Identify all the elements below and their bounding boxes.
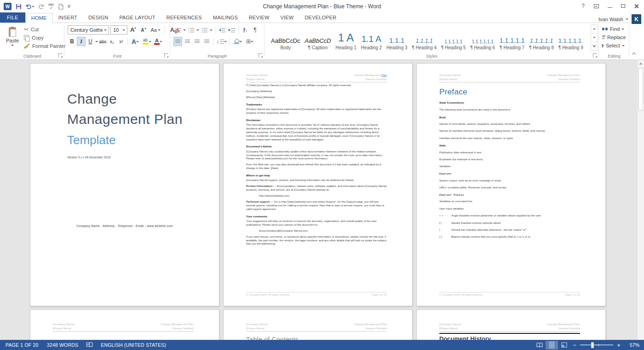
doc-paragraph[interactable]: [Company Name] may occasionally update o… xyxy=(246,150,387,161)
page-3[interactable]: [Company Name][Project Name] Change Mana… xyxy=(416,63,606,306)
doc-heading[interactable]: Document Lifetime xyxy=(246,145,387,148)
tab-home[interactable]: HOME xyxy=(25,13,53,23)
tab-file[interactable]: FILE xyxy=(0,12,25,23)
underline-dropdown-icon[interactable] xyxy=(95,41,98,42)
doc-heading[interactable]: Bold xyxy=(439,116,580,119)
align-center-button[interactable] xyxy=(183,37,192,46)
justify-button[interactable] xyxy=(202,37,211,46)
style-heading-5[interactable]: 1.1.1.1.1¶ Heading 5 xyxy=(439,25,468,52)
spelling-grammar-icon[interactable] xyxy=(48,3,54,11)
zoom-in-button[interactable] xyxy=(615,342,623,349)
style-heading-8[interactable]: 1.1.1.1.1¶ Heading 8 xyxy=(527,25,556,52)
ribbon-display-options-button[interactable] xyxy=(590,0,603,12)
underline-button[interactable]: U xyxy=(86,37,95,46)
styles-gallery-more-button[interactable] xyxy=(591,42,597,50)
doc-paragraph[interactable]: From the Web site, you may also download… xyxy=(246,163,387,170)
doc-paragraph[interactable]: Names of commands, options, programs, pr… xyxy=(439,122,580,126)
align-right-button[interactable] xyxy=(193,37,201,46)
superscript-button[interactable]: x² xyxy=(117,37,126,46)
doc-heading[interactable]: Courier xyxy=(439,172,580,175)
format-painter-button[interactable]: Format Painter xyxy=(24,42,66,50)
line-spacing-button[interactable] xyxy=(216,37,227,46)
zoom-slider[interactable] xyxy=(580,344,613,345)
page-6[interactable]: [Company Name][Project Name] Change Mana… xyxy=(416,309,606,340)
proofing-icon[interactable] xyxy=(82,342,97,348)
doc-paragraph[interactable]: System output, such as an error message … xyxy=(439,179,580,183)
redo-button[interactable] xyxy=(39,3,44,11)
doc-heading[interactable]: Italic xyxy=(439,144,580,147)
scrollbar-thumb[interactable] xyxy=(638,68,643,111)
style-caption[interactable]: AaBbCcD¶ Caption xyxy=(303,25,333,52)
zoom-percentage[interactable]: 57% xyxy=(623,342,639,348)
show-hide-paragraph-button[interactable] xyxy=(251,25,259,35)
language-indicator[interactable]: ENGLISH (UNITED STATES) xyxy=(97,342,170,348)
cover-subtitle[interactable]: Template xyxy=(67,133,219,147)
doc-paragraph[interactable]: [Phone] [Fax] [Website] xyxy=(246,96,387,99)
paragraph-dialog-launcher[interactable] xyxy=(259,53,263,58)
page-4[interactable]: [Company Name][Project Name] Change Mana… xyxy=(30,309,219,340)
multilevel-dropdown-icon[interactable] xyxy=(210,29,213,31)
borders-button[interactable] xyxy=(244,37,255,46)
style-heading-9[interactable]: 1.1.1.1.1.¶ Heading 9 xyxy=(557,25,585,52)
page-5[interactable]: [Company Name][Project Name] Change Mana… xyxy=(223,309,413,340)
font-dialog-launcher[interactable] xyxy=(164,53,168,58)
doc-heading[interactable]: Style Conventions xyxy=(439,101,580,105)
subscript-button[interactable]: x₂ xyxy=(108,37,116,46)
doc-paragraph[interactable]: Variables xyxy=(439,165,580,169)
highlight-color-button[interactable] xyxy=(141,37,152,46)
tab-design[interactable]: DESIGN xyxy=(83,12,114,23)
zoom-slider-thumb[interactable] xyxy=(591,342,594,348)
style-heading-2[interactable]: 1.1 AHeading 2 xyxy=(359,25,384,52)
doc-paragraph[interactable]: © [Year] [Company Name] or a [Company Na… xyxy=(246,84,387,88)
cover-version[interactable]: Version X.x • 06 December 2016 xyxy=(67,156,219,159)
help-button[interactable]: ? xyxy=(576,0,590,12)
page-indicator[interactable]: PAGE 1 OF 20 xyxy=(1,342,43,348)
replace-button[interactable]: Replace xyxy=(602,34,626,41)
decrease-indent-button[interactable] xyxy=(218,25,226,35)
maximize-button[interactable] xyxy=(616,0,630,12)
document-preview-icon[interactable] xyxy=(58,3,63,11)
bullets-dropdown-icon[interactable] xyxy=(183,29,186,31)
doc-heading[interactable]: Trademarks xyxy=(246,103,387,106)
clipboard-dialog-launcher[interactable] xyxy=(58,53,63,58)
select-button[interactable]: Select xyxy=(602,42,625,49)
web-layout-button[interactable] xyxy=(558,341,570,350)
page-1[interactable]: Change Management Plan Template Version … xyxy=(30,63,219,306)
doc-paragraph[interactable]: Documentation@[Company Name].com xyxy=(259,229,387,233)
numbering-dropdown-icon[interactable] xyxy=(196,29,199,31)
cut-button[interactable]: Cut xyxy=(24,26,39,33)
style-body[interactable]: AaBbCcDcBody xyxy=(269,25,302,52)
doc-heading[interactable]: Table of Contents xyxy=(246,336,299,340)
doc-paragraph[interactable]: { }Braces indicate content that you must… xyxy=(439,235,580,239)
tab-view[interactable]: VIEW xyxy=(275,12,299,23)
multilevel-list-button[interactable] xyxy=(200,25,209,35)
font-family-combobox[interactable]: Century Gothic xyxy=(68,25,109,35)
doc-heading[interactable]: Courier Italic xyxy=(439,193,580,197)
doc-paragraph[interactable]: [Company Name] support, product, and lic… xyxy=(246,179,387,182)
shading-button[interactable] xyxy=(232,37,243,46)
doc-paragraph[interactable]: If you have issues, comments, or questio… xyxy=(246,235,387,246)
strikethrough-button[interactable]: abc xyxy=(98,37,107,46)
styles-scroll-down-button[interactable] xyxy=(591,34,597,42)
doc-paragraph[interactable]: Names of interface elements (such window… xyxy=(439,129,580,133)
collapse-ribbon-button[interactable] xyxy=(632,52,637,56)
doc-heading[interactable]: Preface xyxy=(439,87,580,97)
doc-heading[interactable]: Disclaimer xyxy=(246,118,387,122)
style-heading-4[interactable]: 1.1.1.1¶ Heading 4 xyxy=(410,25,438,52)
user-name[interactable]: Ivan Walsh xyxy=(598,17,628,22)
cover-title-line-1[interactable]: Change xyxy=(67,89,219,109)
cover-title-line-2[interactable]: Management Plan xyxy=(67,109,219,129)
doc-paragraph[interactable]: Your suggestions will help us continue t… xyxy=(246,220,387,227)
doc-paragraph[interactable]: [Company] [Address] xyxy=(246,90,387,93)
style-heading-1[interactable]: 1 AHeading 1 xyxy=(334,25,358,52)
doc-paragraph[interactable]: [Product Name] are registered trademarks… xyxy=(246,108,387,115)
vertical-scrollbar[interactable] xyxy=(637,60,644,340)
scroll-up-button[interactable] xyxy=(638,60,644,67)
styles-scroll-up-button[interactable] xyxy=(591,25,597,34)
close-button[interactable] xyxy=(630,0,643,12)
tab-review[interactable]: REVIEW xyxy=(243,12,275,23)
tab-mailings[interactable]: MAILINGS xyxy=(207,12,243,23)
doc-paragraph[interactable]: The information provided in this documen… xyxy=(246,123,387,142)
doc-paragraph[interactable]: Product Information — Documentation, rel… xyxy=(246,185,387,192)
print-layout-button[interactable] xyxy=(546,341,558,350)
